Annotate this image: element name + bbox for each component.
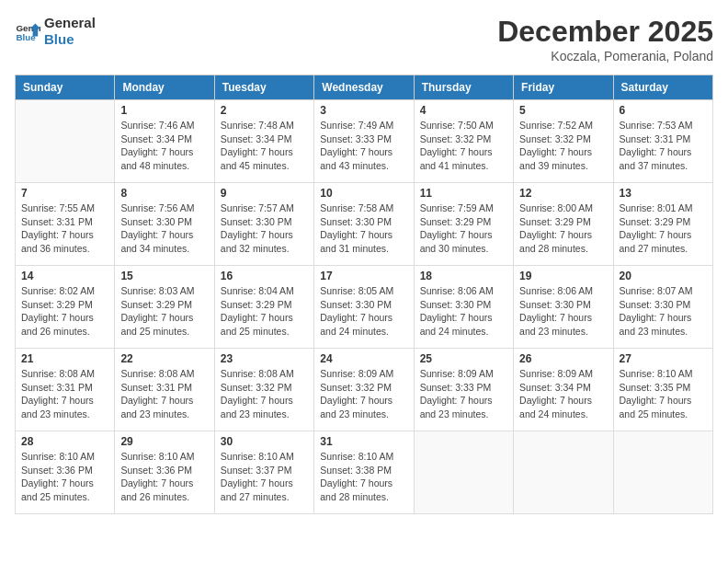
- day-number: 9: [221, 187, 308, 200]
- day-header-friday: Friday: [514, 75, 613, 100]
- day-info: Sunrise: 8:09 AMSunset: 3:32 PMDaylight:…: [320, 367, 407, 421]
- day-info: Sunrise: 7:59 AMSunset: 3:29 PMDaylight:…: [420, 201, 507, 256]
- day-number: 22: [120, 352, 208, 365]
- calendar-cell: 5Sunrise: 7:52 AMSunset: 3:32 PMDaylight…: [514, 100, 613, 183]
- calendar-cell: 1Sunrise: 7:46 AMSunset: 3:34 PMDaylight…: [115, 100, 214, 183]
- calendar-cell: 21Sunrise: 8:08 AMSunset: 3:31 PMDayligh…: [16, 349, 115, 431]
- day-info: Sunrise: 7:46 AMSunset: 3:34 PMDaylight:…: [120, 119, 208, 173]
- day-info: Sunrise: 7:53 AMSunset: 3:31 PMDaylight:…: [620, 119, 707, 173]
- week-row-1: 1Sunrise: 7:46 AMSunset: 3:34 PMDaylight…: [16, 100, 713, 183]
- day-info: Sunrise: 7:58 AMSunset: 3:30 PMDaylight:…: [320, 201, 407, 256]
- day-header-monday: Monday: [115, 75, 214, 100]
- day-header-tuesday: Tuesday: [214, 75, 313, 100]
- day-info: Sunrise: 8:09 AMSunset: 3:34 PMDaylight:…: [519, 367, 607, 421]
- day-number: 13: [620, 187, 707, 200]
- day-number: 12: [519, 187, 607, 200]
- calendar-cell: 6Sunrise: 7:53 AMSunset: 3:31 PMDaylight…: [613, 100, 712, 183]
- day-info: Sunrise: 8:06 AMSunset: 3:30 PMDaylight:…: [420, 284, 507, 339]
- day-info: Sunrise: 7:55 AMSunset: 3:31 PMDaylight:…: [21, 201, 108, 256]
- week-row-3: 14Sunrise: 8:02 AMSunset: 3:29 PMDayligh…: [16, 266, 713, 349]
- day-info: Sunrise: 7:49 AMSunset: 3:33 PMDaylight:…: [320, 119, 407, 173]
- calendar-cell: 16Sunrise: 8:04 AMSunset: 3:29 PMDayligh…: [214, 266, 313, 349]
- calendar-cell: 17Sunrise: 8:05 AMSunset: 3:30 PMDayligh…: [314, 266, 414, 349]
- day-number: 18: [420, 270, 507, 282]
- day-number: 15: [120, 270, 208, 282]
- logo-line2: Blue: [44, 31, 96, 48]
- day-number: 20: [620, 270, 707, 282]
- calendar-cell: [414, 431, 513, 514]
- day-number: 16: [221, 270, 308, 282]
- location: Koczala, Pomerania, Poland: [497, 49, 713, 63]
- day-info: Sunrise: 8:03 AMSunset: 3:29 PMDaylight:…: [120, 284, 208, 339]
- day-info: Sunrise: 7:52 AMSunset: 3:32 PMDaylight:…: [519, 119, 607, 173]
- calendar-cell: 20Sunrise: 8:07 AMSunset: 3:30 PMDayligh…: [613, 266, 712, 349]
- calendar-header-row: SundayMondayTuesdayWednesdayThursdayFrid…: [16, 75, 713, 100]
- calendar-cell: 9Sunrise: 7:57 AMSunset: 3:30 PMDaylight…: [214, 183, 313, 266]
- day-number: 14: [21, 270, 108, 282]
- day-info: Sunrise: 8:07 AMSunset: 3:30 PMDaylight:…: [620, 284, 707, 339]
- day-number: 1: [120, 104, 208, 117]
- day-number: 27: [620, 352, 707, 365]
- calendar-cell: 10Sunrise: 7:58 AMSunset: 3:30 PMDayligh…: [314, 183, 414, 266]
- week-row-2: 7Sunrise: 7:55 AMSunset: 3:31 PMDaylight…: [16, 183, 713, 266]
- day-number: 19: [519, 270, 607, 282]
- calendar-cell: 14Sunrise: 8:02 AMSunset: 3:29 PMDayligh…: [16, 266, 115, 349]
- day-info: Sunrise: 8:04 AMSunset: 3:29 PMDaylight:…: [221, 284, 308, 339]
- calendar-cell: [613, 431, 712, 514]
- day-number: 24: [320, 352, 407, 365]
- logo-icon: General Blue: [15, 18, 40, 44]
- day-number: 29: [120, 435, 208, 448]
- day-number: 6: [620, 104, 707, 117]
- day-info: Sunrise: 8:08 AMSunset: 3:31 PMDaylight:…: [120, 367, 208, 421]
- calendar-cell: 23Sunrise: 8:08 AMSunset: 3:32 PMDayligh…: [214, 349, 313, 431]
- calendar-cell: 8Sunrise: 7:56 AMSunset: 3:30 PMDaylight…: [115, 183, 214, 266]
- day-info: Sunrise: 8:08 AMSunset: 3:31 PMDaylight:…: [21, 367, 108, 421]
- calendar-cell: 15Sunrise: 8:03 AMSunset: 3:29 PMDayligh…: [115, 266, 214, 349]
- day-number: 31: [320, 435, 407, 448]
- day-info: Sunrise: 8:01 AMSunset: 3:29 PMDaylight:…: [620, 201, 707, 256]
- day-info: Sunrise: 8:08 AMSunset: 3:32 PMDaylight:…: [221, 367, 308, 421]
- day-info: Sunrise: 8:10 AMSunset: 3:36 PMDaylight:…: [120, 450, 208, 504]
- day-info: Sunrise: 8:02 AMSunset: 3:29 PMDaylight:…: [21, 284, 108, 339]
- calendar-cell: [514, 431, 613, 514]
- logo-line1: General: [44, 15, 96, 31]
- calendar-cell: 19Sunrise: 8:06 AMSunset: 3:30 PMDayligh…: [514, 266, 613, 349]
- calendar-cell: 18Sunrise: 8:06 AMSunset: 3:30 PMDayligh…: [414, 266, 513, 349]
- month-title: December 2025: [497, 15, 713, 49]
- day-info: Sunrise: 8:10 AMSunset: 3:38 PMDaylight:…: [320, 450, 407, 504]
- day-number: 26: [519, 352, 607, 365]
- day-number: 25: [420, 352, 507, 365]
- calendar-cell: 27Sunrise: 8:10 AMSunset: 3:35 PMDayligh…: [613, 349, 712, 431]
- day-number: 28: [21, 435, 108, 448]
- logo: General Blue General Blue: [15, 15, 96, 48]
- day-number: 11: [420, 187, 507, 200]
- calendar-cell: 22Sunrise: 8:08 AMSunset: 3:31 PMDayligh…: [115, 349, 214, 431]
- calendar-cell: 11Sunrise: 7:59 AMSunset: 3:29 PMDayligh…: [414, 183, 513, 266]
- calendar-cell: 25Sunrise: 8:09 AMSunset: 3:33 PMDayligh…: [414, 349, 513, 431]
- calendar-cell: 4Sunrise: 7:50 AMSunset: 3:32 PMDaylight…: [414, 100, 513, 183]
- calendar-cell: 13Sunrise: 8:01 AMSunset: 3:29 PMDayligh…: [613, 183, 712, 266]
- day-info: Sunrise: 7:50 AMSunset: 3:32 PMDaylight:…: [420, 119, 507, 173]
- calendar-cell: 28Sunrise: 8:10 AMSunset: 3:36 PMDayligh…: [16, 431, 115, 514]
- calendar-cell: 3Sunrise: 7:49 AMSunset: 3:33 PMDaylight…: [314, 100, 414, 183]
- day-info: Sunrise: 8:09 AMSunset: 3:33 PMDaylight:…: [420, 367, 507, 421]
- day-info: Sunrise: 8:10 AMSunset: 3:35 PMDaylight:…: [620, 367, 707, 421]
- day-number: 17: [320, 270, 407, 282]
- day-info: Sunrise: 7:56 AMSunset: 3:30 PMDaylight:…: [120, 201, 208, 256]
- day-number: 7: [21, 187, 108, 200]
- day-info: Sunrise: 8:05 AMSunset: 3:30 PMDaylight:…: [320, 284, 407, 339]
- day-info: Sunrise: 8:06 AMSunset: 3:30 PMDaylight:…: [519, 284, 607, 339]
- day-number: 21: [21, 352, 108, 365]
- calendar: SundayMondayTuesdayWednesdayThursdayFrid…: [15, 75, 713, 514]
- day-header-sunday: Sunday: [16, 75, 115, 100]
- day-number: 2: [221, 104, 308, 117]
- calendar-cell: 2Sunrise: 7:48 AMSunset: 3:34 PMDaylight…: [214, 100, 313, 183]
- calendar-cell: 24Sunrise: 8:09 AMSunset: 3:32 PMDayligh…: [314, 349, 414, 431]
- day-number: 30: [221, 435, 308, 448]
- day-number: 5: [519, 104, 607, 117]
- day-number: 8: [120, 187, 208, 200]
- calendar-cell: 31Sunrise: 8:10 AMSunset: 3:38 PMDayligh…: [314, 431, 414, 514]
- calendar-body: 1Sunrise: 7:46 AMSunset: 3:34 PMDaylight…: [16, 100, 713, 514]
- day-number: 4: [420, 104, 507, 117]
- day-number: 23: [221, 352, 308, 365]
